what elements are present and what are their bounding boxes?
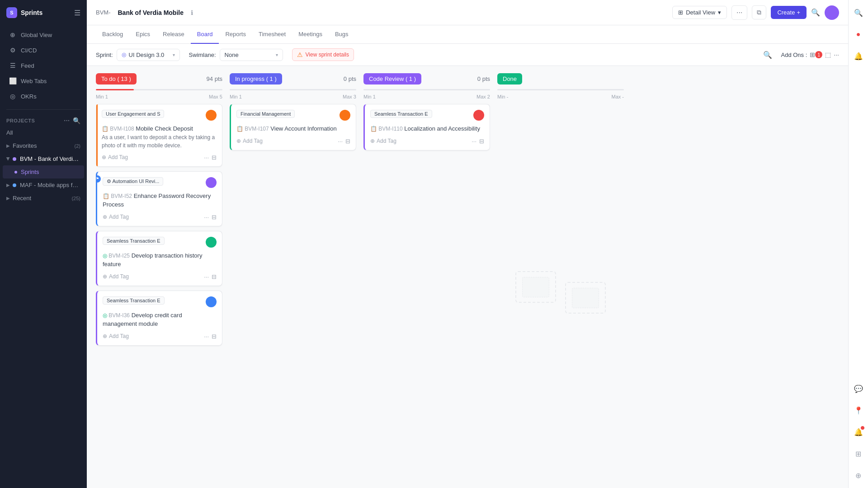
right-sidebar: 🔍 ● 🔔 💬 📍 🔔 ⊞ ⊕ <box>848 0 868 488</box>
detail-view-label: Detail View <box>686 9 715 16</box>
warning-icon: ⚠ <box>297 51 303 58</box>
codereview-cards: Seamless Transaction E 📋 BVM-I110 Locali… <box>363 104 490 481</box>
project-indicator <box>13 157 16 161</box>
addon-icon-2[interactable]: ⬚ <box>825 51 831 58</box>
card-footer: ⊕ Add Tag ··· ⊟ <box>103 214 217 221</box>
topbar-prefix: BVM- <box>96 9 111 16</box>
filter-button[interactable]: ⧉ <box>752 5 766 19</box>
sidebar-item-label: CI/CD <box>21 47 37 54</box>
card-more-button[interactable]: ··· <box>204 273 209 280</box>
sidebar-sub-item-bvm-active[interactable]: Sprints <box>3 165 84 178</box>
card-actions: ··· ⊟ <box>204 333 217 340</box>
swimlane-label: Swimlane: <box>189 52 216 58</box>
view-sprint-details-label: View sprint details <box>306 52 349 58</box>
card-archive-button[interactable]: ⊟ <box>345 138 350 145</box>
sprint-value: UI Design 3.0 <box>129 52 165 58</box>
add-tag-button[interactable]: ⊕ Add Tag <box>370 138 396 144</box>
tab-board[interactable]: Board <box>191 25 219 44</box>
add-tag-button[interactable]: ⊕ Add Tag <box>102 154 128 160</box>
addon-more-icon[interactable]: ··· <box>834 51 839 58</box>
column-todo: To do ( 13 ) 94 pts Min 1 Max 5 User Eng… <box>96 73 222 481</box>
card-archive-button[interactable]: ⊟ <box>212 214 217 221</box>
web-tabs-icon: ⬜ <box>9 77 16 84</box>
okrs-icon: ◎ <box>9 93 16 100</box>
done-progress-track <box>497 89 624 90</box>
right-notification-icon[interactable]: 🔔 <box>851 425 866 439</box>
placeholder-card-2 <box>565 282 606 314</box>
sidebar: S Sprints ☰ ⊕ Global View ⚙ CI/CD ☰ Feed… <box>0 0 87 488</box>
add-tag-button[interactable]: ⊕ Add Tag <box>103 333 129 339</box>
addon-icon-1[interactable]: ⊞ <box>810 51 815 58</box>
sidebar-brand[interactable]: S Sprints <box>6 7 42 18</box>
card-id: 📋 BVM-I108 <box>102 126 134 132</box>
column-inprogress: In progress ( 1 ) 0 pts Min 1 Max 3 Fina… <box>230 73 356 481</box>
right-search-icon[interactable]: 🔍 <box>851 5 866 20</box>
view-sprint-details-link[interactable]: ⚠ View sprint details <box>292 48 354 61</box>
addons-label: Add Ons : <box>781 52 807 58</box>
card-more-button[interactable]: ··· <box>204 333 209 340</box>
sidebar-item-cicd[interactable]: ⚙ CI/CD <box>3 42 84 58</box>
card-bvm-110: Seamless Transaction E 📋 BVM-I110 Locali… <box>363 104 490 150</box>
addon-badge-wrapper: ⊞ 1 <box>810 51 822 58</box>
tab-timesheet[interactable]: Timesheet <box>252 25 292 44</box>
epic-badge: Seamless Transaction E <box>103 296 165 305</box>
detail-view-dropdown-arrow: ▾ <box>718 9 721 16</box>
sidebar-item-feed[interactable]: ☰ Feed <box>3 58 84 73</box>
detail-view-button[interactable]: ⊞ Detail View ▾ <box>672 6 727 19</box>
tab-reports[interactable]: Reports <box>219 25 252 44</box>
tab-bugs[interactable]: Bugs <box>329 25 355 44</box>
placeholder-inner-2 <box>572 288 599 308</box>
card-more-button[interactable]: ··· <box>472 138 476 145</box>
right-grid-icon[interactable]: ⊞ <box>851 446 866 461</box>
board-search-icon[interactable]: 🔍 <box>763 51 772 59</box>
sidebar-toggle-icon[interactable]: ☰ <box>74 9 80 17</box>
card-more-button[interactable]: ··· <box>204 214 209 221</box>
placeholder-inner-1 <box>522 277 549 297</box>
swimlane-select[interactable]: None ▾ <box>220 49 283 61</box>
sidebar-item-all[interactable]: All <box>0 126 87 139</box>
card-footer: ⊕ Add Tag ··· ⊟ <box>370 138 484 145</box>
topbar-search-icon[interactable]: 🔍 <box>811 8 820 17</box>
sidebar-item-recent[interactable]: ▶ Recent (25) <box>0 192 87 205</box>
board-area: To do ( 13 ) 94 pts Min 1 Max 5 User Eng… <box>87 66 848 488</box>
tab-meetings[interactable]: Meetings <box>292 25 329 44</box>
add-tag-button[interactable]: ⊕ Add Tag <box>103 214 129 220</box>
right-plus-icon[interactable]: ⊕ <box>851 468 866 483</box>
sidebar-item-bvm[interactable]: ▶ BVM - Bank of Verdia... <box>0 152 87 165</box>
tab-epics[interactable]: Epics <box>129 25 156 44</box>
card-avatar <box>340 110 350 121</box>
todo-pts: 94 pts <box>207 75 222 82</box>
projects-more-icon[interactable]: ··· <box>64 117 70 124</box>
add-tag-button[interactable]: ⊕ Add Tag <box>103 273 129 280</box>
sidebar-item-favorites[interactable]: ▶ Favorites (2) <box>0 139 87 152</box>
card-more-button[interactable]: ··· <box>204 154 209 161</box>
user-avatar[interactable] <box>825 5 839 20</box>
inprogress-badge: In progress ( 1 ) <box>230 73 282 84</box>
right-chat-icon[interactable]: 💬 <box>851 381 866 396</box>
card-more-button[interactable]: ··· <box>338 138 343 145</box>
card-archive-button[interactable]: ⊟ <box>212 333 217 340</box>
more-options-button[interactable]: ··· <box>731 5 747 20</box>
sidebar-item-okrs[interactable]: ◎ OKRs <box>3 89 84 104</box>
codereview-progress-track <box>363 89 490 90</box>
card-archive-button[interactable]: ⊟ <box>212 154 217 161</box>
right-bell-icon[interactable]: 🔔 <box>851 49 866 63</box>
projects-search-icon[interactable]: 🔍 <box>73 117 81 124</box>
create-button[interactable]: Create + <box>771 6 807 19</box>
info-icon[interactable]: ℹ <box>191 9 193 16</box>
sidebar-item-global-view[interactable]: ⊕ Global View <box>3 27 84 42</box>
add-tag-button[interactable]: ⊕ Add Tag <box>236 138 263 144</box>
chevron-down-icon: ▶ <box>6 157 11 161</box>
card-archive-button[interactable]: ⊟ <box>479 138 484 145</box>
card-actions: ··· ⊟ <box>204 214 217 221</box>
right-active-icon[interactable]: ● <box>851 27 866 42</box>
sidebar-item-maf[interactable]: ▶ MAF - Mobile apps fo... <box>0 178 87 192</box>
projects-section-header: PROJECTS ··· 🔍 <box>0 113 87 126</box>
sidebar-item-web-tabs[interactable]: ⬜ Web Tabs <box>3 73 84 89</box>
chevron-right-icon-maf: ▶ <box>6 183 10 188</box>
sprint-select[interactable]: ◎ UI Design 3.0 ▾ <box>117 49 180 61</box>
tab-release[interactable]: Release <box>156 25 191 44</box>
card-archive-button[interactable]: ⊟ <box>212 273 217 280</box>
tab-backlog[interactable]: Backlog <box>96 25 129 44</box>
right-location-icon[interactable]: 📍 <box>851 403 866 418</box>
